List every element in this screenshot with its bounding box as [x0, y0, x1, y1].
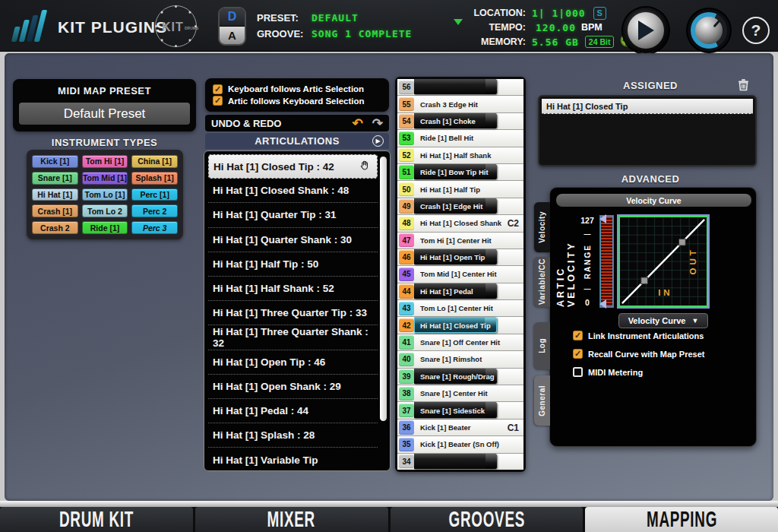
keyboard-key-36[interactable]: 36Kick [1] BeaterC1: [397, 420, 523, 436]
groove-value[interactable]: SONG 1 COMPLETE: [312, 28, 412, 40]
tab-variable-cc[interactable]: Variable/CC: [534, 257, 550, 307]
keyboard-key-44[interactable]: 44Hi Hat [1] Pedal: [397, 283, 523, 300]
analog-toggle-option[interactable]: A: [220, 27, 245, 45]
black-key-shape: [414, 454, 497, 469]
curve-handle[interactable]: [641, 277, 648, 284]
keyboard-key-52[interactable]: 52Hi Hat [1] Half Shank: [397, 147, 523, 164]
dropdown-triangle-icon[interactable]: [454, 19, 463, 25]
articulation-item[interactable]: Hi Hat [1] Variable Tip: [208, 448, 378, 472]
assigned-item[interactable]: Hi Hat [1] Closed Tip: [542, 99, 753, 114]
keyboard-key-39[interactable]: 39Snare [1] Rough/Drag: [397, 369, 523, 385]
velocity-range-slider[interactable]: [600, 216, 613, 307]
preset-selector-button[interactable]: Default Preset: [19, 103, 190, 125]
instrument-type-button[interactable]: Perc [1]: [131, 188, 178, 201]
keyboard-key-35[interactable]: 35Kick [1] Beater (Sn Off): [397, 436, 523, 453]
velocity-curve-graph[interactable]: INOUT: [618, 216, 708, 307]
articulation-item[interactable]: Hi Hat [1] Closed Tip : 42: [208, 154, 378, 179]
keyboard-key-34[interactable]: 34: [397, 454, 523, 470]
redo-icon[interactable]: ↷: [372, 117, 383, 130]
sync-badge[interactable]: S: [593, 7, 606, 20]
tab-general[interactable]: General: [534, 375, 550, 426]
articulation-item[interactable]: Hi Hat [1] Open Shank : 29: [208, 375, 378, 399]
articulation-item[interactable]: Hi Hat [1] Half Tip : 50: [208, 252, 378, 277]
articulation-item[interactable]: Hi Hat [1] Pedal : 44: [208, 399, 378, 423]
instrument-type-button[interactable]: Splash [1]: [131, 172, 178, 185]
instrument-type-button[interactable]: Crash [1]: [32, 204, 78, 217]
black-key-shape: [414, 79, 497, 94]
instrument-type-button[interactable]: Crash 2: [32, 221, 78, 234]
keyboard-key-49[interactable]: 49Crash [1] Edge Hit: [397, 198, 523, 215]
digital-toggle-option[interactable]: D: [220, 8, 245, 27]
tab-velocity[interactable]: Velocity: [534, 202, 550, 252]
instrument-type-button[interactable]: Hi Hat [1]: [32, 188, 78, 201]
instrument-type-button[interactable]: Snare [1]: [32, 172, 78, 185]
keyboard-key-45[interactable]: 45Tom Mid [1] Center Hit: [397, 266, 523, 283]
keyboard-key-41[interactable]: 41Snare [1] Off Center Hit: [397, 334, 523, 351]
keyboard-key-51[interactable]: 51Ride [1] Bow Tip Hit: [397, 164, 523, 181]
tab-mapping[interactable]: MAPPING: [585, 507, 778, 532]
articulation-item[interactable]: Hi Hat [1] Closed Shank : 48: [208, 179, 378, 203]
keyboard-key-48[interactable]: 48Hi Hat [1] Closed ShankC2: [397, 215, 523, 232]
keyboard-key-50[interactable]: 50Hi Hat [1] Half Tip: [397, 181, 523, 198]
instrument-type-button[interactable]: Perc 2: [131, 204, 178, 217]
velocity-curve-dropdown[interactable]: Velocity Curve ▼: [618, 313, 708, 328]
keyboard-key-56[interactable]: 56: [397, 79, 523, 96]
undo-icon[interactable]: ↶: [353, 117, 363, 130]
keyboard-key-38[interactable]: 38Snare [1] Center Hit: [397, 385, 523, 402]
instrument-type-button[interactable]: Perc 3: [131, 221, 178, 234]
keyboard-key-46[interactable]: 46Hi Hat [1] Open Tip: [397, 249, 523, 266]
keyboard-key-54[interactable]: 54Crash [1] Choke: [397, 113, 523, 130]
tab-grooves[interactable]: GROOVES: [391, 507, 584, 532]
checkbox-checked[interactable]: ✓: [573, 331, 583, 340]
tab-log[interactable]: Log: [534, 322, 550, 369]
instrument-type-button[interactable]: Tom Mid [1]: [82, 172, 128, 185]
articulation-item[interactable]: Hi Hat [1] Splash : 28: [208, 423, 378, 448]
articulation-item[interactable]: Hi Hat [1] Half Shank : 52: [208, 277, 378, 301]
preset-value[interactable]: DEFAULT: [312, 12, 359, 24]
bit-depth-badge[interactable]: 24 Bit: [585, 36, 615, 48]
volume-knob[interactable]: [688, 9, 730, 52]
checkbox-checked[interactable]: ✓: [213, 84, 223, 94]
key-note-badge: 36: [399, 420, 414, 434]
help-button[interactable]: ?: [742, 17, 770, 44]
articulation-item[interactable]: Hi Hat [1] Open Tip : 46: [208, 350, 378, 375]
bpm-unit: BPM: [581, 22, 602, 33]
preview-play-icon[interactable]: ▶: [372, 135, 384, 147]
articulation-item[interactable]: Hi Hat [1] Three Quarter Tip : 33: [208, 301, 378, 325]
keyboard-key-42[interactable]: 42Hi Hat [1] Closed Tip: [397, 317, 523, 334]
tab-mixer[interactable]: MIXER: [195, 507, 388, 532]
instrument-type-button[interactable]: China [1]: [131, 155, 178, 168]
tab-drum-kit[interactable]: DRUM KIT: [0, 507, 193, 532]
trash-icon[interactable]: [737, 78, 750, 94]
keyboard-key-40[interactable]: 40Snare [1] Rimshot: [397, 351, 523, 368]
checkbox-row: MIDI Metering: [573, 367, 704, 377]
range-slider-top-handle[interactable]: [599, 214, 606, 223]
curve-handle[interactable]: [679, 239, 686, 245]
checkbox-checked[interactable]: ✓: [213, 96, 223, 106]
checkbox-unchecked[interactable]: [573, 367, 583, 377]
instrument-type-button[interactable]: Kick [1]: [32, 155, 78, 168]
keyboard-key-47[interactable]: 47Tom Hi [1] Center Hit: [397, 233, 523, 249]
keyboard-key-37[interactable]: 37Snare [1] Sidestick: [397, 402, 523, 419]
keyboard-key-43[interactable]: 43Tom Lo [1] Center Hit: [397, 300, 523, 317]
checkbox-checked[interactable]: ✓: [573, 349, 583, 359]
articulations-scrollbar[interactable]: [380, 157, 387, 421]
instrument-type-button[interactable]: Tom Lo [1]: [82, 188, 128, 201]
instrument-type-button[interactable]: Tom Lo 2: [82, 204, 128, 217]
key-body: Hi Hat [1] Closed ShankC2: [414, 215, 523, 231]
articulation-item[interactable]: Hi Hat [1] Quarter Tip : 31: [208, 203, 378, 227]
instrument-type-button[interactable]: Tom Hi [1]: [82, 155, 128, 168]
range-slider-bottom-handle[interactable]: [599, 299, 606, 309]
instrument-type-button[interactable]: Ride [1]: [82, 221, 128, 234]
articulation-item[interactable]: Hi Hat [1] Quarter Shank : 30: [208, 228, 378, 252]
keyboard-key-55[interactable]: 55Crash 3 Edge Hit: [397, 96, 523, 112]
play-button[interactable]: [623, 8, 669, 53]
play-icon: [638, 21, 654, 40]
digital-analog-toggle[interactable]: D A: [218, 7, 246, 46]
keyboard-key-53[interactable]: 53Ride [1] Bell Hit: [397, 130, 523, 147]
tempo-value[interactable]: 120.00: [532, 22, 576, 33]
articulation-item[interactable]: Hi Hat [1] Three Quarter Shank : 32: [208, 325, 378, 350]
bottom-tab-label: MIXER: [267, 506, 315, 532]
bottom-tab-bar: DRUM KITMIXERGROOVESMAPPING: [0, 507, 778, 532]
drum-lug-dot: [175, 5, 177, 8]
